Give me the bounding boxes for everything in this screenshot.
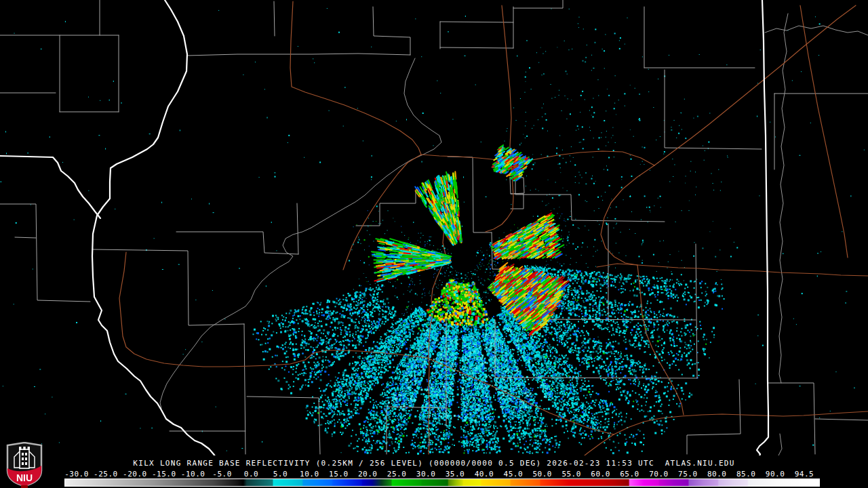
colorbar-label: 35.0 [446,470,465,479]
colorbar-label: -10.0 [181,470,205,479]
colorbar-label: 10.0 [300,470,319,479]
colorbar-label: 25.0 [387,470,407,479]
bottom-bar: KILX LONG RANGE BASE REFLECTIVITY (0.25K… [0,455,868,488]
radar-map-canvas [0,0,868,488]
colorbar-label: 85.0 [736,470,756,479]
colorbar-label: 70.0 [649,470,669,479]
colorbar-label: -15.0 [152,470,176,479]
colorbar-label: 45.0 [504,470,524,479]
colorbar-label: 0.0 [244,470,258,479]
colorbar-label: 80.0 [707,470,727,479]
colorbar-label: 20.0 [358,470,378,479]
colorbar-label: -20.0 [123,470,147,479]
radar-viewport: KILX LONG RANGE BASE REFLECTIVITY (0.25K… [0,0,868,488]
colorbar-label: 30.0 [416,470,436,479]
colorbar-label: 75.0 [678,470,698,479]
colorbar-label: 60.0 [591,470,610,479]
logo-text: NIU [16,472,33,483]
colorbar [64,479,820,487]
colorbar-label: -25.0 [94,470,118,479]
colorbar-label: -5.0 [212,470,232,479]
colorbar-label: 15.0 [329,470,349,479]
colorbar-label: 55.0 [561,470,581,479]
colorbar-label: -30.0 [64,470,89,479]
radar-title: KILX LONG RANGE BASE REFLECTIVITY (0.25K… [0,459,868,468]
colorbar-label: 40.0 [475,470,494,479]
colorbar-label: 5.0 [273,470,288,479]
colorbar-labels: -30.0-25.0-20.0-15.0-10.0-5.00.05.010.01… [0,470,868,478]
colorbar-label: 50.0 [532,470,552,479]
niu-logo: NIU [6,442,43,488]
colorbar-label: 94.5 [795,470,814,479]
colorbar-label: 65.0 [620,470,639,479]
logo-tab [21,485,28,488]
colorbar-label: 90.0 [766,470,785,479]
